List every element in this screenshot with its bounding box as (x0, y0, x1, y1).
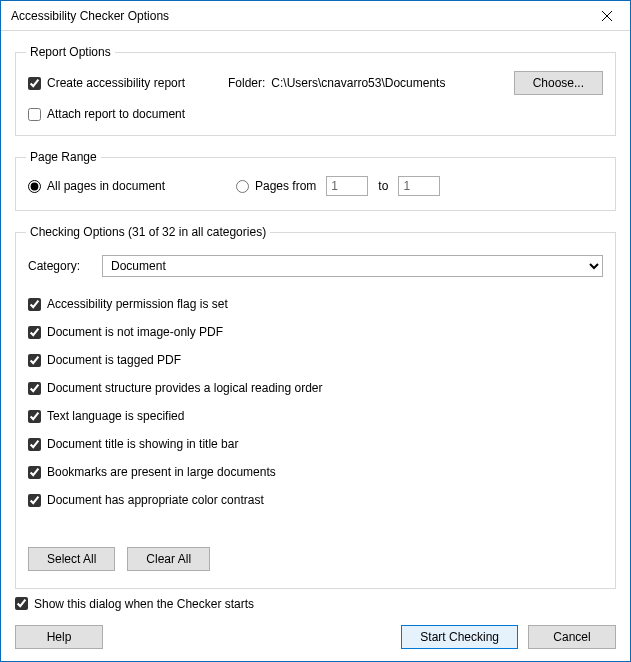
all-pages-input[interactable] (28, 180, 41, 193)
check-item[interactable]: Document has appropriate color contrast (28, 493, 603, 507)
checking-options-legend: Checking Options (31 of 32 in all catego… (26, 225, 270, 239)
pages-from-input[interactable] (236, 180, 249, 193)
show-dialog-input[interactable] (15, 597, 28, 610)
show-dialog-label: Show this dialog when the Checker starts (34, 597, 254, 611)
check-item[interactable]: Bookmarks are present in large documents (28, 465, 603, 479)
pages-to-label: to (378, 179, 388, 193)
show-dialog-checkbox[interactable]: Show this dialog when the Checker starts (15, 597, 254, 611)
check-item[interactable]: Document is not image-only PDF (28, 325, 603, 339)
check-item-label: Document is tagged PDF (47, 353, 181, 367)
dialog-window: Accessibility Checker Options Report Opt… (0, 0, 631, 662)
folder-path: C:\Users\cnavarro53\Documents (271, 76, 445, 90)
attach-report-checkbox[interactable]: Attach report to document (28, 107, 185, 121)
check-item-label: Document has appropriate color contrast (47, 493, 264, 507)
check-item-input[interactable] (28, 410, 41, 423)
choose-folder-button[interactable]: Choose... (514, 71, 603, 95)
category-label: Category: (28, 259, 80, 273)
check-item-input[interactable] (28, 326, 41, 339)
check-item-label: Text language is specified (47, 409, 184, 423)
select-all-button[interactable]: Select All (28, 547, 115, 571)
check-item-input[interactable] (28, 382, 41, 395)
start-checking-button[interactable]: Start Checking (401, 625, 518, 649)
help-button[interactable]: Help (15, 625, 103, 649)
create-report-checkbox[interactable]: Create accessibility report (28, 76, 228, 90)
check-item-input[interactable] (28, 438, 41, 451)
pages-from-value[interactable] (326, 176, 368, 196)
check-item-label: Document structure provides a logical re… (47, 381, 322, 395)
titlebar: Accessibility Checker Options (1, 1, 630, 31)
report-options-group: Report Options Create accessibility repo… (15, 45, 616, 136)
cancel-button[interactable]: Cancel (528, 625, 616, 649)
check-item[interactable]: Text language is specified (28, 409, 603, 423)
close-button[interactable] (584, 1, 630, 31)
check-item[interactable]: Accessibility permission flag is set (28, 297, 603, 311)
check-item[interactable]: Document structure provides a logical re… (28, 381, 603, 395)
check-item-label: Accessibility permission flag is set (47, 297, 228, 311)
clear-all-button[interactable]: Clear All (127, 547, 210, 571)
create-report-label: Create accessibility report (47, 76, 185, 90)
pages-from-radio[interactable]: Pages from (236, 179, 316, 193)
dialog-content: Report Options Create accessibility repo… (1, 31, 630, 661)
close-icon (602, 11, 612, 21)
report-options-legend: Report Options (26, 45, 115, 59)
pages-to-value[interactable] (398, 176, 440, 196)
all-pages-label: All pages in document (47, 179, 165, 193)
check-item-input[interactable] (28, 298, 41, 311)
check-item-label: Document is not image-only PDF (47, 325, 223, 339)
check-item[interactable]: Document is tagged PDF (28, 353, 603, 367)
check-item-input[interactable] (28, 354, 41, 367)
check-list: Accessibility permission flag is set Doc… (28, 297, 603, 507)
all-pages-radio[interactable]: All pages in document (28, 179, 208, 193)
check-item-label: Document title is showing in title bar (47, 437, 238, 451)
page-range-group: Page Range All pages in document Pages f… (15, 150, 616, 211)
window-title: Accessibility Checker Options (11, 9, 169, 23)
check-item-label: Bookmarks are present in large documents (47, 465, 276, 479)
create-report-input[interactable] (28, 77, 41, 90)
page-range-legend: Page Range (26, 150, 101, 164)
attach-report-label: Attach report to document (47, 107, 185, 121)
check-item-input[interactable] (28, 494, 41, 507)
checking-options-group: Checking Options (31 of 32 in all catego… (15, 225, 616, 589)
check-item-input[interactable] (28, 466, 41, 479)
folder-label: Folder: (228, 76, 265, 90)
pages-from-label: Pages from (255, 179, 316, 193)
attach-report-input[interactable] (28, 108, 41, 121)
category-select[interactable]: Document (102, 255, 603, 277)
check-item[interactable]: Document title is showing in title bar (28, 437, 603, 451)
